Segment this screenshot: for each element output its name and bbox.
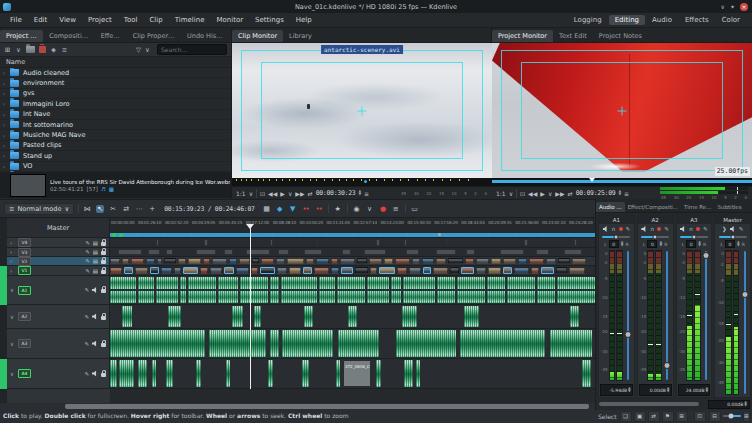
labeled-audio-clip[interactable]: 372_0616_CStereo to m (343, 360, 371, 388)
track-tag[interactable]: V4 (18, 238, 31, 247)
maximize-button[interactable]: ✦ (730, 3, 735, 10)
timeline-clip[interactable] (338, 330, 379, 358)
timeline-clip[interactable] (367, 277, 389, 304)
timeline-clip[interactable] (457, 277, 485, 304)
timeline-clip[interactable] (166, 249, 173, 256)
timeline-clip[interactable] (161, 267, 172, 275)
edit-mode-button[interactable]: ≡ Normal mode ∨ (4, 203, 74, 215)
volume-knob[interactable] (741, 291, 748, 298)
timeline-clip[interactable] (416, 360, 420, 388)
timeline-clip[interactable] (487, 277, 505, 304)
track-tag[interactable]: A1 (18, 286, 31, 295)
track-tag[interactable]: V3 (18, 248, 31, 257)
track-head-v4[interactable]: ›V4✎▤ (7, 238, 110, 248)
pan-knob[interactable] (730, 235, 735, 240)
timeline-clip[interactable] (369, 258, 382, 265)
tab-effect-compositi[interactable]: Effect/Compositi... (625, 202, 681, 212)
timeline-zoom-slider[interactable] (723, 415, 741, 417)
clip-monitor-seekbar[interactable] (232, 178, 492, 186)
track-head-v2[interactable]: ›V2✎▤ (7, 257, 110, 266)
timeline-clip[interactable] (436, 258, 446, 265)
selection-tool[interactable]: ↖ (96, 205, 104, 213)
mute-channel-icon[interactable] (730, 226, 736, 232)
gain-value[interactable]: -5.94dB▲▼ (600, 384, 633, 396)
mute-channel-icon[interactable] (641, 226, 647, 232)
tab-compositions[interactable]: Compositions (43, 30, 95, 42)
timeline-clip[interactable] (341, 267, 353, 275)
expand-chevron-icon[interactable]: › (3, 121, 10, 128)
search-input[interactable] (157, 44, 227, 55)
hide-track-icon[interactable]: ▤ (93, 240, 98, 246)
timeline-clip[interactable] (270, 330, 279, 358)
timeline-clip[interactable] (448, 258, 463, 265)
timeline-clip[interactable] (507, 277, 535, 304)
track-tag[interactable]: A3 (18, 339, 31, 348)
zoom-level-button[interactable]: 1:1 (236, 190, 246, 197)
menu-edit[interactable]: Edit (28, 16, 54, 24)
select-mixes-toggle[interactable]: ⇄ (648, 411, 660, 422)
tab-project-bin[interactable]: Project Bin (0, 30, 43, 42)
tab-library[interactable]: Library (283, 30, 318, 42)
timeline-clip[interactable] (446, 239, 448, 247)
timeline-clip[interactable] (450, 267, 459, 275)
timeline-clip[interactable] (550, 330, 592, 358)
timeline-clip[interactable] (319, 277, 335, 304)
track-expand-icon[interactable]: › (10, 240, 16, 246)
timeline-clip[interactable] (370, 267, 377, 275)
timeline-clip[interactable] (110, 330, 205, 358)
balance-value[interactable]: 0 (647, 240, 657, 248)
menu-monitor[interactable]: Monitor (210, 16, 249, 24)
tab-undo-history[interactable]: Undo History (181, 30, 231, 42)
timeline-lanes[interactable]: 00:00:00:0000:01:26:1000:02:52:2000:04:1… (110, 218, 595, 403)
bin-folder-row[interactable]: ›Pasted clips (0, 141, 231, 151)
track-head-a4[interactable]: ∨A4✎ (7, 359, 110, 389)
timeline-clip[interactable] (254, 306, 261, 328)
track-lane-v1[interactable] (110, 266, 595, 276)
timeline-clip[interactable] (348, 306, 357, 328)
hide-track-icon[interactable]: ▤ (93, 268, 98, 274)
tab-project-notes[interactable]: Project Notes (593, 30, 648, 42)
expand-chevron-icon[interactable]: › (3, 152, 10, 159)
bin-clip-row[interactable]: Live tours of the RRS Sir David Attenbor… (0, 172, 231, 198)
track-expand-icon[interactable]: › (10, 258, 16, 264)
timeline-clip[interactable] (218, 277, 238, 304)
rewind-button[interactable]: ◀◀ (268, 190, 277, 197)
track-tag[interactable]: V2 (18, 257, 31, 266)
timeline-clip[interactable] (252, 258, 259, 265)
spinner-arrows-icon[interactable]: ▲▼ (706, 387, 709, 393)
play-options-button[interactable]: ∨ (548, 190, 552, 197)
volume-knob[interactable] (664, 362, 671, 369)
timeline-clip[interactable] (541, 267, 554, 275)
timeline-clip[interactable] (537, 277, 555, 304)
timeline-clip[interactable] (564, 249, 582, 256)
fast-forward-button[interactable]: ▶▶ (555, 190, 564, 197)
timeline-clip[interactable] (224, 267, 234, 275)
mute-track-icon[interactable] (92, 314, 98, 320)
target-track-indicator[interactable] (0, 266, 7, 276)
record-arm-icon[interactable] (619, 227, 623, 231)
solo-channel-icon[interactable]: ∩ (650, 226, 654, 232)
split-audio-button[interactable]: ▦ (263, 205, 271, 213)
timeline-clip[interactable] (224, 249, 233, 256)
timeline-clip[interactable] (166, 360, 173, 388)
track-effects-icon[interactable]: ✎ (85, 258, 90, 264)
timeline-clip[interactable] (277, 267, 287, 275)
record-target-button[interactable]: ◉ (353, 205, 361, 213)
bin-column-header[interactable]: Name (0, 57, 231, 68)
track-lane-a3[interactable] (110, 329, 595, 359)
lock-track-icon[interactable] (101, 242, 106, 246)
insert-zone-button[interactable]: + (148, 205, 156, 213)
timeline-clip[interactable] (303, 267, 312, 275)
track-expand-icon[interactable]: › (10, 249, 16, 255)
timeline-clip[interactable] (131, 258, 144, 265)
timeline-clip[interactable] (135, 267, 148, 275)
timeline-clip[interactable] (180, 277, 186, 304)
track-lane-a4[interactable]: 372_0616_CStereo to m (110, 359, 595, 389)
timeline-clip[interactable] (281, 277, 317, 304)
insert-composition-button[interactable]: ◆ (276, 205, 284, 213)
spinner-arrows-icon[interactable]: ▲▼ (618, 190, 621, 196)
timeline-clip[interactable] (270, 277, 279, 304)
timeline-clip[interactable] (261, 258, 274, 265)
timeline-clip[interactable] (118, 249, 142, 256)
loop-zone-button[interactable]: ⇄ (568, 190, 573, 197)
